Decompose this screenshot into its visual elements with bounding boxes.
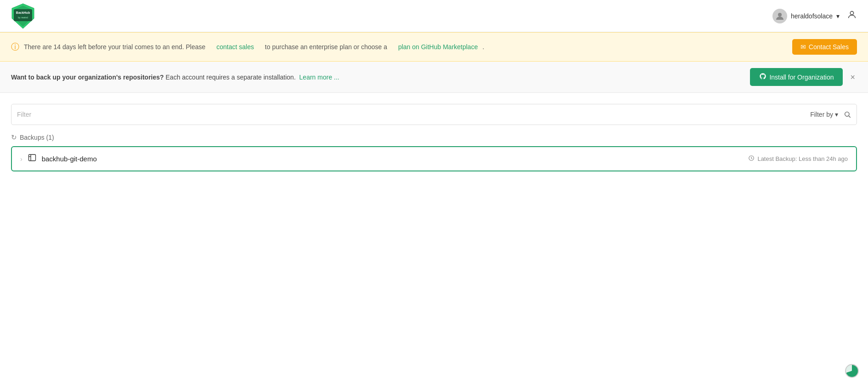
contact-sales-button[interactable]: ✉ Contact Sales xyxy=(792,39,857,55)
backups-count-label: Backups (1) xyxy=(20,134,54,141)
trial-text-post: . xyxy=(482,43,484,51)
email-icon: ✉ xyxy=(800,43,806,51)
clock-icon xyxy=(748,155,755,163)
repo-name: backhub-git-demo xyxy=(42,155,97,163)
refresh-icon: ↻ xyxy=(11,133,17,142)
filter-input[interactable] xyxy=(17,111,810,118)
filter-bar-right: Filter by ▾ xyxy=(810,111,851,118)
user-profile-icon[interactable] xyxy=(847,10,857,22)
latest-backup-label: Latest Backup: Less than 24h ago xyxy=(757,155,848,162)
dropdown-arrow: ▾ xyxy=(836,12,840,20)
filter-by-label: Filter by xyxy=(810,111,833,118)
close-org-banner-button[interactable]: × xyxy=(848,71,857,83)
trial-banner: ⓘ There are 14 days left before your tri… xyxy=(0,32,868,62)
filter-by-dropdown-arrow: ▾ xyxy=(835,111,838,118)
navbar-right: heraldofsolace ▾ xyxy=(772,9,857,23)
contact-sales-link[interactable]: contact sales xyxy=(216,43,254,51)
trial-text-mid: to purchase an enterprise plan or choose… xyxy=(265,43,387,51)
learn-more-link[interactable]: Learn more ... xyxy=(299,74,339,81)
svg-text:by rewind: by rewind xyxy=(18,16,28,19)
svg-point-6 xyxy=(850,11,853,15)
repository-icon xyxy=(28,154,36,164)
trial-warning-icon: ⓘ xyxy=(11,41,19,52)
org-banner-plain: Each account requires a separate install… xyxy=(166,74,296,81)
backup-row-right: Latest Backup: Less than 24h ago xyxy=(748,155,848,163)
org-banner-bold: Want to back up your organization's repo… xyxy=(11,74,164,81)
table-row[interactable]: › backhub-git-demo Latest Backup: Less t… xyxy=(11,146,857,171)
install-org-label: Install for Organization xyxy=(769,74,834,81)
backhub-logo: BackHub by rewind xyxy=(11,3,35,29)
svg-point-5 xyxy=(778,13,782,17)
svg-line-8 xyxy=(849,116,851,118)
search-icon xyxy=(844,111,851,118)
trial-text-pre: There are 14 days left before your trial… xyxy=(24,43,205,51)
svg-rect-9 xyxy=(28,154,35,161)
user-dropdown[interactable]: heraldofsolace ▾ xyxy=(772,9,840,23)
trial-banner-message: ⓘ There are 14 days left before your tri… xyxy=(11,41,484,52)
backups-header: ↻ Backups (1) xyxy=(11,133,857,142)
org-banner: Want to back up your organization's repo… xyxy=(0,62,868,93)
navbar: BackHub by rewind heraldofsolace ▾ xyxy=(0,0,868,32)
github-icon xyxy=(759,73,767,81)
username: heraldofsolace xyxy=(791,12,833,20)
filter-bar: Filter by ▾ xyxy=(11,104,857,125)
logo[interactable]: BackHub by rewind xyxy=(11,3,35,29)
chevron-right-icon: › xyxy=(20,155,23,163)
search-button[interactable] xyxy=(844,111,851,118)
avatar xyxy=(772,9,787,23)
svg-point-7 xyxy=(845,112,849,116)
main-content: Filter by ▾ ↻ Backups (1) › backhub-git-… xyxy=(0,93,868,182)
github-marketplace-link[interactable]: plan on GitHub Marketplace xyxy=(398,43,478,51)
install-for-org-button[interactable]: Install for Organization xyxy=(750,68,843,86)
org-banner-message: Want to back up your organization's repo… xyxy=(11,74,339,81)
filter-by-button[interactable]: Filter by ▾ xyxy=(810,111,838,118)
backup-row-left: › backhub-git-demo xyxy=(20,154,97,164)
svg-text:BackHub: BackHub xyxy=(16,11,30,14)
org-banner-actions: Install for Organization × xyxy=(750,68,857,86)
